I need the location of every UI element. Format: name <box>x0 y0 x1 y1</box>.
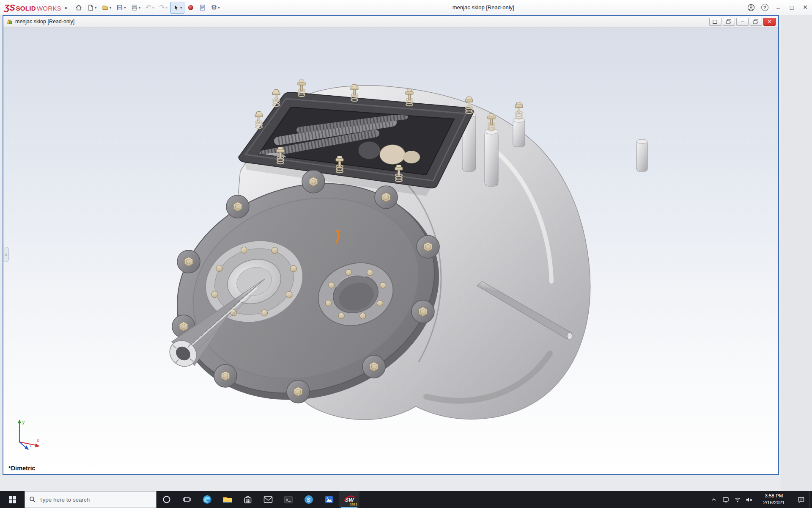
open-dropdown-icon[interactable]: ▾ <box>110 6 112 10</box>
hidden-icons-button[interactable] <box>708 491 720 508</box>
start-button[interactable] <box>0 491 25 508</box>
save-icon <box>116 4 123 11</box>
new-window-button[interactable] <box>709 18 721 26</box>
gear-icon: ⚙ <box>211 4 217 11</box>
task-view-icon <box>183 496 191 503</box>
network-tray-button[interactable] <box>732 491 743 508</box>
options-button[interactable]: ⚙ ▾ <box>209 2 222 14</box>
taskbar-clock[interactable]: 3:58 PM 2/16/2021 <box>755 493 793 506</box>
user-account-icon <box>747 4 755 11</box>
maximize-app-button[interactable]: □ <box>785 0 798 15</box>
file-properties-icon <box>199 4 206 11</box>
select-cursor-icon <box>173 4 179 11</box>
clock-date: 2/16/2021 <box>755 500 793 506</box>
desktop: { "app_titlebar": { "logo_mark": "ƷS", "… <box>0 0 812 508</box>
redo-icon: ↷ <box>159 4 165 11</box>
save-dropdown-icon[interactable]: ▾ <box>124 6 126 10</box>
photos-icon <box>324 494 334 505</box>
file-explorer-button[interactable] <box>217 491 238 508</box>
redo-button[interactable]: ↷ ▾ <box>157 2 170 14</box>
logo-text-solid: SOLID <box>16 5 36 12</box>
solidworks-app-button[interactable]: SW 2021 <box>339 491 359 508</box>
action-center-icon <box>798 496 805 503</box>
new-document-button[interactable]: ▾ <box>85 2 99 14</box>
app-titlebar: ƷS SOLID WORKS ▸ ▾ ▾ ▾ <box>0 0 812 15</box>
command-prompt-button[interactable] <box>278 491 299 508</box>
cortana-button[interactable] <box>156 491 177 508</box>
mail-button[interactable] <box>258 491 278 508</box>
view-orientation-label: *Dimetric <box>8 465 36 472</box>
solidworks-logo: ƷS SOLID WORKS <box>4 3 61 12</box>
app-window-title: menjac sklop [Read-only] <box>222 4 744 11</box>
select-tool-dropdown-icon[interactable]: ▾ <box>180 6 182 10</box>
graphics-viewport[interactable]: y x z *Dimetric <box>3 28 778 474</box>
app-window-controls: ? – □ × <box>744 0 812 15</box>
close-app-button[interactable]: × <box>798 0 812 15</box>
task-pane-collapsed[interactable] <box>781 15 812 491</box>
solidworks-app-icon: SW 2021 <box>343 494 356 505</box>
volume-muted-icon <box>746 497 753 503</box>
display-tray-button[interactable] <box>720 491 732 508</box>
volume-tray-button[interactable] <box>743 491 755 508</box>
search-input[interactable] <box>39 497 152 503</box>
print-icon <box>131 4 138 11</box>
windows-logo-icon <box>9 496 16 503</box>
redo-dropdown-icon[interactable]: ▾ <box>166 6 168 10</box>
microsoft-store-button[interactable] <box>238 491 258 508</box>
gearbox-3d-model[interactable] <box>3 28 778 474</box>
cascade-window-button[interactable] <box>723 18 735 26</box>
document-titlebar[interactable]: menjac sklop [Read-only] – × <box>3 16 778 28</box>
sign-in-button[interactable] <box>744 0 758 15</box>
help-button[interactable]: ? <box>758 0 771 15</box>
undo-button[interactable]: ↶ ▾ <box>143 2 156 14</box>
task-view-button[interactable] <box>177 491 197 508</box>
featuremanager-flyout-tab[interactable] <box>3 247 9 262</box>
undo-icon: ↶ <box>145 4 151 11</box>
home-icon <box>75 4 82 11</box>
command-prompt-icon <box>283 494 294 505</box>
select-tool-button[interactable]: ▾ <box>170 2 184 14</box>
flyout-arrow-icon <box>5 254 7 256</box>
triad-x-label: x <box>37 438 39 443</box>
dassault-logo-mark: ƷS <box>4 3 15 12</box>
minimize-app-button[interactable]: – <box>771 0 785 15</box>
undo-dropdown-icon[interactable]: ▾ <box>152 6 154 10</box>
new-window-icon <box>713 19 718 24</box>
edge-browser-button[interactable] <box>197 491 217 508</box>
save-button[interactable]: ▾ <box>114 2 128 14</box>
document-title: menjac sklop [Read-only] <box>15 19 74 25</box>
file-properties-button[interactable] <box>197 2 208 14</box>
taskbar-search[interactable] <box>25 491 156 508</box>
options-dropdown-icon[interactable]: ▾ <box>218 6 220 10</box>
new-document-icon <box>87 4 94 11</box>
toolbar-expander-icon[interactable]: ▸ <box>65 5 68 11</box>
help-icon: ? <box>761 4 768 11</box>
search-icon <box>29 496 36 503</box>
skype-button[interactable] <box>299 491 319 508</box>
quick-access-toolbar: ▾ ▾ ▾ ▾ ↶ ▾ ↷ ▾ <box>73 0 222 15</box>
cortana-icon <box>162 495 171 504</box>
minimize-document-button[interactable]: – <box>736 18 749 26</box>
print-button[interactable]: ▾ <box>129 2 143 14</box>
triad-y-label: y <box>22 420 25 425</box>
open-folder-icon <box>102 4 109 11</box>
action-center-button[interactable] <box>793 491 809 508</box>
new-document-dropdown-icon[interactable]: ▾ <box>95 6 97 10</box>
home-button[interactable] <box>73 2 84 14</box>
cascade-window-icon <box>726 19 732 24</box>
photos-button[interactable] <box>319 491 339 508</box>
print-dropdown-icon[interactable]: ▾ <box>139 6 141 10</box>
orientation-triad: y x z <box>13 417 43 453</box>
open-button[interactable]: ▾ <box>100 2 114 14</box>
document-window: menjac sklop [Read-only] – × <box>3 15 779 475</box>
appearance-ball-icon <box>187 4 194 11</box>
close-document-button[interactable]: × <box>763 18 776 26</box>
clock-time: 3:58 PM <box>755 493 793 500</box>
solidworks-version-badge: 2021 <box>350 502 357 506</box>
logo-text-works: WORKS <box>37 5 61 12</box>
appearance-button[interactable] <box>185 2 196 14</box>
show-desktop-button[interactable] <box>809 491 812 508</box>
restore-document-button[interactable] <box>750 18 762 26</box>
restore-icon <box>753 19 759 24</box>
assembly-document-icon <box>6 18 13 25</box>
